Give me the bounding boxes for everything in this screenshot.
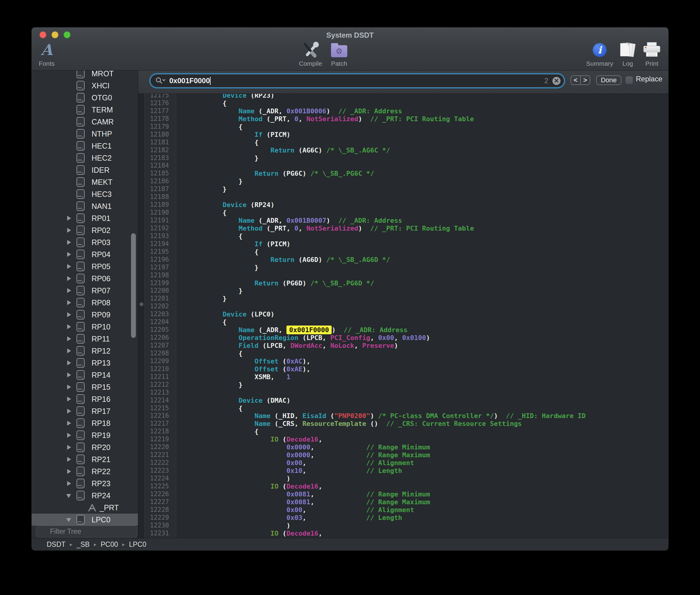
tree-item-rp09[interactable]: RP09: [32, 309, 138, 321]
tree-item-nthp[interactable]: NTHP: [32, 128, 138, 140]
breadcrumb-item-dsdt[interactable]: DSDT: [47, 540, 66, 548]
tree-item-rp17[interactable]: RP17: [32, 405, 138, 417]
tree-item-rp21[interactable]: RP21: [32, 453, 138, 465]
code-line: 12179 {: [138, 123, 668, 131]
find-next-button[interactable]: >: [581, 76, 590, 84]
tree-item-rp08[interactable]: RP08: [32, 296, 138, 309]
tree-item-lpc0[interactable]: LPC0: [32, 514, 138, 526]
tree-item-rp22[interactable]: RP22: [32, 465, 138, 477]
line-number: 12221: [138, 451, 176, 459]
disclosure-collapsed-icon[interactable]: [67, 409, 71, 414]
text-caret: [210, 77, 211, 85]
tree-item-xhci[interactable]: XHCI: [32, 80, 138, 92]
breadcrumb-item-_sb[interactable]: _SB: [77, 540, 89, 548]
tree-item-rp15[interactable]: RP15: [32, 381, 138, 393]
tree-item-rp10[interactable]: RP10: [32, 321, 138, 333]
disclosure-collapsed-icon[interactable]: [67, 240, 71, 245]
tree-item-ider[interactable]: IDER: [32, 164, 138, 176]
tree-item-rp24[interactable]: RP24: [32, 489, 138, 502]
tree-item-camr[interactable]: CAMR: [32, 116, 138, 128]
fonts-button[interactable]: A Fonts: [31, 41, 71, 67]
disclosure-collapsed-icon[interactable]: [67, 445, 71, 450]
disclosure-collapsed-icon[interactable]: [67, 457, 71, 462]
tree-item-rp01[interactable]: RP01: [32, 212, 138, 224]
code-line: 12208 {: [138, 350, 668, 358]
disclosure-collapsed-icon[interactable]: [67, 373, 71, 377]
code-line: 12196 Return (AG6D) /* \_SB_.AG6D */: [138, 256, 668, 264]
replace-checkbox[interactable]: [625, 76, 633, 84]
disclosure-collapsed-icon[interactable]: [67, 469, 71, 474]
code-line: 12214 Device (DMAC): [138, 397, 668, 404]
code-editor[interactable]: 12175 Device (RP23)12176 {12177 Name (_A…: [138, 94, 668, 538]
breadcrumb-item-pc00[interactable]: PC00: [101, 540, 118, 548]
disclosure-collapsed-icon[interactable]: [67, 421, 71, 426]
tree-item-rp20[interactable]: RP20: [32, 441, 138, 453]
code-line: 12227 0x0081, // Range Maximum: [138, 498, 668, 506]
tree-item-hec1[interactable]: HEC1: [32, 140, 138, 152]
code-text: }: [176, 177, 668, 186]
code-line: 12177 Name (_ADR, 0x001B0006) // _ADR: A…: [138, 107, 668, 115]
tree-item-term[interactable]: TERM: [32, 104, 138, 116]
find-previous-button[interactable]: <: [571, 76, 581, 84]
breadcrumb-separator-icon: ▸: [122, 541, 125, 548]
patch-button[interactable]: ⚙ Patch: [315, 41, 363, 67]
line-number: 12206: [138, 334, 176, 342]
tree-item-rp23[interactable]: RP23: [32, 477, 138, 489]
code-text: ): [176, 475, 668, 483]
tree-item-rp16[interactable]: RP16: [32, 393, 138, 405]
tree-item-rp05[interactable]: RP05: [32, 260, 138, 273]
clear-search-button[interactable]: ✕: [552, 77, 560, 85]
filter-tree-input[interactable]: [36, 526, 138, 537]
disclosure-collapsed-icon[interactable]: [67, 276, 71, 281]
disclosure-collapsed-icon[interactable]: [67, 300, 71, 305]
disclosure-collapsed-icon[interactable]: [67, 481, 71, 486]
disclosure-collapsed-icon[interactable]: [67, 216, 71, 221]
fonts-icon: A: [41, 42, 53, 58]
sidebar-scrollbar[interactable]: [131, 233, 136, 338]
tree-item-rp13[interactable]: RP13: [32, 357, 138, 369]
tree-item-rp07[interactable]: RP07: [32, 285, 138, 296]
tree-item-hec3[interactable]: HEC3: [32, 188, 138, 200]
line-number: 12227: [138, 498, 176, 506]
tree-item-mekt[interactable]: MEKT: [32, 176, 138, 188]
code-text: {: [176, 209, 668, 217]
disclosure-collapsed-icon[interactable]: [67, 228, 71, 233]
tree-item-rp02[interactable]: RP02: [32, 224, 138, 236]
disclosure-collapsed-icon[interactable]: [67, 288, 71, 293]
tree-item-rp18[interactable]: RP18: [32, 417, 138, 429]
disclosure-collapsed-icon[interactable]: [67, 336, 71, 341]
disclosure-collapsed-icon[interactable]: [67, 264, 71, 269]
print-button[interactable]: Print: [628, 41, 669, 67]
tree-item-mrot[interactable]: MROT: [32, 70, 138, 80]
tree-item-rp19[interactable]: RP19: [32, 429, 138, 441]
breadcrumb-separator-icon: ▸: [70, 541, 72, 548]
tree-item-rp14[interactable]: RP14: [32, 369, 138, 381]
code-line: 12226 0x0081, // Range Minimum: [138, 490, 668, 498]
disclosure-collapsed-icon[interactable]: [67, 312, 71, 317]
code-line: 12185 Return (PG6C) /* \_SB_.PG6C */: [138, 170, 668, 177]
tree-item-rp04[interactable]: RP04: [32, 248, 138, 260]
code-line: 12184: [138, 162, 668, 170]
disclosure-collapsed-icon[interactable]: [67, 252, 71, 257]
disclosure-collapsed-icon[interactable]: [67, 397, 71, 401]
disclosure-collapsed-icon[interactable]: [67, 361, 71, 365]
breadcrumb-item-lpc0[interactable]: LPC0: [129, 540, 146, 548]
tree-item-rp03[interactable]: RP03: [32, 236, 138, 248]
disclosure-collapsed-icon[interactable]: [67, 385, 71, 390]
disclosure-collapsed-icon[interactable]: [67, 348, 71, 353]
tree-item-_prt[interactable]: _PRT: [32, 502, 138, 514]
disclosure-collapsed-icon[interactable]: [67, 433, 71, 438]
tree-item-rp11[interactable]: RP11: [32, 333, 138, 345]
device-icon: [77, 93, 85, 103]
disclosure-collapsed-icon[interactable]: [67, 324, 71, 329]
disclosure-expanded-icon[interactable]: [66, 494, 71, 498]
tree-item-hec2[interactable]: HEC2: [32, 152, 138, 164]
disclosure-expanded-icon[interactable]: [66, 518, 71, 522]
line-number: 12187: [138, 186, 176, 193]
tree-item-otg0[interactable]: OTG0: [32, 92, 138, 104]
done-button[interactable]: Done: [596, 75, 621, 85]
tree-item-rp12[interactable]: RP12: [32, 345, 138, 357]
search-input[interactable]: 0x001F0000 2 ✕: [150, 74, 564, 87]
tree-item-rp06[interactable]: RP06: [32, 273, 138, 285]
tree-item-nan1[interactable]: NAN1: [32, 200, 138, 212]
